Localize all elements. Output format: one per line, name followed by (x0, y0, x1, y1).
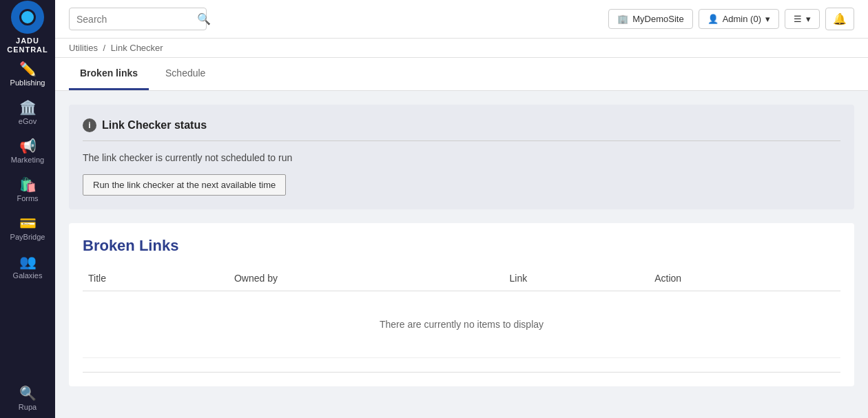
sidebar-label-paybridge: PayBridge (10, 233, 45, 241)
status-header: i Link Checker status (83, 118, 840, 141)
sidebar-item-egov[interactable]: 🏛️ eGov (0, 94, 55, 132)
logo-text: JADU CENTRAL (7, 36, 48, 54)
site-label: MyDemoSite (632, 14, 683, 24)
empty-message: There are currently no items to display (83, 291, 840, 358)
sidebar-item-paybridge[interactable]: 💳 PayBridge (0, 209, 55, 248)
sidebar: JADU CENTRAL ✏️ Publishing 🏛️ eGov 📢 Mar… (0, 0, 55, 418)
logo-inner (19, 9, 36, 25)
status-description: The link checker is currently not schedu… (83, 152, 840, 163)
rupa-icon: 🔍 (19, 386, 37, 400)
header: 🔍 🏢 MyDemoSite 👤 Admin (0) ▾ ☰ ▾ 🔔 (55, 0, 868, 39)
marketing-icon: 📢 (19, 139, 37, 153)
site-button[interactable]: 🏢 MyDemoSite (608, 9, 692, 29)
sidebar-label-egov: eGov (19, 117, 37, 125)
tab-broken-links[interactable]: Broken links (69, 58, 149, 90)
broken-links-section: Broken Links Title Owned by Link Action … (69, 223, 854, 386)
sidebar-label-publishing: Publishing (10, 79, 45, 87)
search-input[interactable] (76, 14, 197, 25)
forms-icon: 🛍️ (19, 178, 37, 191)
info-icon: i (83, 118, 96, 132)
breadcrumb-parent[interactable]: Utilities (69, 43, 98, 53)
chevron-down-icon: ▾ (765, 14, 770, 24)
user-icon: 👤 (707, 14, 719, 24)
main-content: 🔍 🏢 MyDemoSite 👤 Admin (0) ▾ ☰ ▾ 🔔 Utili… (55, 0, 868, 418)
col-owned-by: Owned by (229, 266, 504, 291)
col-action: Action (649, 266, 840, 291)
sidebar-logo: JADU CENTRAL (0, 0, 55, 55)
admin-label: Admin (0) (723, 14, 761, 24)
status-title: Link Checker status (102, 119, 207, 132)
tabs: Broken links Schedule (55, 58, 868, 91)
tab-schedule[interactable]: Schedule (154, 58, 216, 90)
search-box[interactable]: 🔍 (69, 8, 207, 30)
sidebar-item-galaxies[interactable]: 👥 Galaxies (0, 248, 55, 286)
col-title: Title (83, 266, 229, 291)
table-header-row: Title Owned by Link Action (83, 266, 840, 291)
galaxies-icon: 👥 (19, 255, 37, 269)
sidebar-label-galaxies: Galaxies (13, 271, 43, 280)
paybridge-icon: 💳 (19, 216, 37, 230)
table-bottom-divider (83, 372, 840, 373)
breadcrumb-current: Link Checker (111, 43, 163, 53)
broken-links-table: Title Owned by Link Action There are cur… (83, 266, 840, 358)
sidebar-item-marketing[interactable]: 📢 Marketing (0, 132, 55, 171)
broken-links-title: Broken Links (83, 237, 840, 255)
empty-table-row: There are currently no items to display (83, 291, 840, 358)
status-panel: i Link Checker status The link checker i… (69, 105, 854, 209)
sidebar-label-forms: Forms (17, 194, 38, 202)
sidebar-item-rupa[interactable]: 🔍 Rupa (0, 379, 55, 418)
page-content: i Link Checker status The link checker i… (55, 91, 868, 418)
breadcrumb-separator: / (103, 43, 106, 53)
col-link: Link (504, 266, 650, 291)
header-right: 🏢 MyDemoSite 👤 Admin (0) ▾ ☰ ▾ 🔔 (608, 8, 854, 30)
sidebar-item-publishing[interactable]: ✏️ Publishing (0, 55, 55, 94)
publishing-icon: ✏️ (19, 62, 37, 76)
site-icon: 🏢 (617, 14, 628, 24)
run-link-checker-button[interactable]: Run the link checker at the next availab… (83, 174, 286, 196)
chevron-down-icon-menu: ▾ (806, 14, 811, 24)
admin-button[interactable]: 👤 Admin (0) ▾ (699, 9, 779, 29)
notification-button[interactable]: 🔔 (825, 8, 854, 30)
menu-icon: ☰ (794, 14, 802, 24)
breadcrumb: Utilities / Link Checker (55, 39, 868, 58)
search-button[interactable]: 🔍 (197, 12, 211, 25)
sidebar-label-marketing: Marketing (11, 156, 44, 164)
sidebar-label-rupa: Rupa (19, 403, 37, 411)
notification-icon: 🔔 (833, 13, 847, 25)
logo-circle (11, 1, 44, 34)
sidebar-item-forms[interactable]: 🛍️ Forms (0, 171, 55, 209)
menu-button[interactable]: ☰ ▾ (785, 9, 820, 29)
egov-icon: 🏛️ (19, 101, 37, 114)
